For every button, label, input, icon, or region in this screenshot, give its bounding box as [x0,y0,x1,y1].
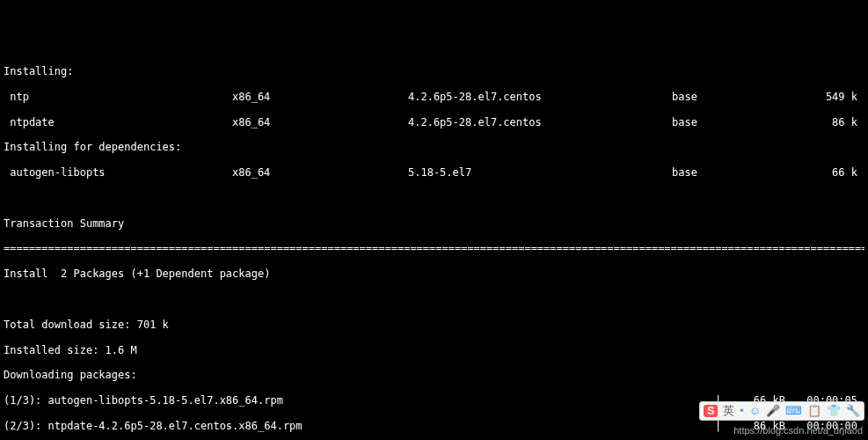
ime-skin-icon[interactable]: 👕 [827,404,841,418]
pkg-arch: x86_64 [232,91,408,103]
ime-punct-icon[interactable]: • [740,404,744,418]
pkg-name: ntpdate [4,116,232,128]
progress-bar-icon: | [715,420,724,432]
pkg-version: 5.18-5.el7 [408,166,672,179]
tx-summary-header: Transaction Summary [4,217,864,230]
pkg-version: 4.2.6p5-28.el7.centos [408,116,672,128]
ime-emoji-icon[interactable]: ☺ [749,404,761,418]
pkg-repo: base [672,116,804,128]
section-installing: Installing: [4,65,864,77]
pkg-row-ntp: ntp x86_64 4.2.6p5-28.el7.centos base 54… [4,91,864,103]
section-installing-deps: Installing for dependencies: [4,141,864,153]
pkg-size: 66 k [804,166,864,179]
watermark: https://blog.csdn.net/a_drjiaod [733,425,863,436]
ime-keyboard-icon[interactable]: ⌨ [785,404,802,418]
sogou-logo-icon[interactable]: S [704,405,718,417]
ime-voice-icon[interactable]: 🎤 [766,404,780,418]
downloading-header: Downloading packages: [4,369,864,381]
blank-line [4,293,864,305]
install-count: Install 2 Packages (+1 Dependent package… [4,268,864,280]
pkg-version: 4.2.6p5-28.el7.centos [408,91,672,103]
pkg-size: 86 k [804,116,864,128]
download-file: (1/3): autogen-libopts-5.18-5.el7.x86_64… [4,394,715,407]
pkg-repo: base [672,91,804,103]
pkg-row-autogen: autogen-libopts x86_64 5.18-5.el7 base 6… [4,166,864,179]
ime-settings-icon[interactable]: 🔧 [846,404,860,418]
installed-size: Installed size: 1.6 M [4,344,864,356]
pkg-arch: x86_64 [232,116,408,128]
pkg-row-ntpdate: ntpdate x86_64 4.2.6p5-28.el7.centos bas… [4,116,864,128]
pkg-name: autogen-libopts [4,166,232,179]
pkg-name: ntp [4,91,232,103]
divider-double: ========================================… [4,242,864,254]
ime-clipboard-icon[interactable]: 📋 [807,404,821,418]
total-download-size: Total download size: 701 k [4,319,864,331]
ime-lang-toggle[interactable]: 英 [723,404,734,418]
pkg-size: 549 k [804,91,864,103]
download-file: (2/3): ntpdate-4.2.6p5-28.el7.centos.x86… [4,420,715,432]
ime-toolbar[interactable]: S 英 • ☺ 🎤 ⌨ 📋 👕 🔧 [699,401,864,421]
blank-line [4,192,864,204]
pkg-repo: base [672,166,804,179]
terminal-output[interactable]: Installing: ntp x86_64 4.2.6p5-28.el7.ce… [0,51,868,440]
pkg-arch: x86_64 [232,166,408,179]
